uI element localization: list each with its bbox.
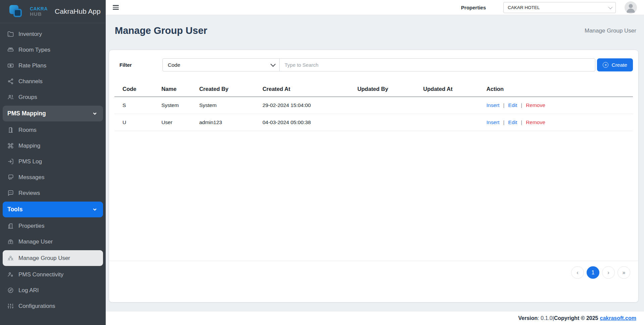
users-icon (7, 94, 14, 100)
topbar: Properties CAKAR HOTEL (106, 0, 644, 15)
remove-link[interactable]: Remove (526, 119, 545, 125)
page-head: Manage Group User Manage Group User (106, 15, 644, 36)
menu-icon[interactable] (111, 4, 120, 11)
breadcrumb: Manage Group User (585, 28, 636, 34)
insert-link[interactable]: Insert (487, 119, 500, 125)
cell-created-at: 04-03-2024 05:00:38 (254, 114, 349, 131)
cell-created-at: 29-02-2024 15:04:00 (254, 97, 349, 114)
version-label: Version (518, 315, 538, 321)
filter-field-value: Code (168, 62, 180, 68)
cell-created-by: admin123 (191, 114, 254, 131)
property-select-value: CAKAR HOTEL (508, 5, 540, 10)
chevron-down-icon (92, 207, 98, 212)
sidebar-item-messages[interactable]: Messages (0, 169, 106, 185)
cakrasoft-link[interactable]: cakrasoft.com (600, 315, 637, 321)
cell-updated-by (349, 97, 415, 114)
version-value: : 0.1.0 (538, 315, 552, 321)
sidebar-item-log-ari[interactable]: Log ARI (0, 282, 106, 298)
filter-row: Filter Code + Create (109, 50, 638, 71)
cell-code: U (114, 114, 153, 131)
users-gear-icon (7, 255, 14, 261)
sidebar-item-rooms[interactable]: Rooms (0, 122, 106, 138)
log-in-icon (7, 158, 14, 165)
cell-updated-at (415, 114, 478, 131)
sidebar-section-tools[interactable]: Tools (3, 202, 103, 217)
sidebar-nav: Inventory Room Types Rate Plans Channels… (0, 23, 106, 314)
cell-code: S (114, 97, 153, 114)
chat-icon (7, 174, 14, 180)
sidebar-item-mapping[interactable]: Mapping (0, 138, 106, 154)
col-updated-at: Updated At (415, 83, 478, 97)
user-icon (625, 1, 637, 14)
cash-icon (7, 62, 14, 69)
edit-link[interactable]: Edit (508, 102, 517, 108)
page-next-button[interactable]: › (602, 266, 615, 279)
avatar[interactable] (625, 1, 637, 14)
create-button[interactable]: + Create (597, 58, 633, 71)
content-card: Filter Code + Create Code Name Created B… (109, 50, 639, 303)
command-icon (7, 143, 14, 149)
sidebar-item-properties[interactable]: Properties (0, 218, 106, 234)
property-select[interactable]: CAKAR HOTEL (503, 2, 616, 13)
col-name: Name (153, 83, 191, 97)
sidebar-item-manage-user[interactable]: Manage User (0, 234, 106, 250)
logo-wordmark: CAKRA HUB (30, 6, 48, 16)
sidebar-item-reviews[interactable]: Reviews (0, 185, 106, 201)
group-user-table: Code Name Created By Created At Updated … (109, 83, 638, 131)
page-title: Manage Group User (115, 25, 207, 36)
insert-link[interactable]: Insert (487, 102, 500, 108)
cell-name: System (153, 97, 191, 114)
bed-icon (7, 47, 14, 53)
sidebar-item-inventory[interactable]: Inventory (0, 26, 106, 42)
cell-actions: Insert|Edit|Remove (479, 97, 633, 114)
table-header-row: Code Name Created By Created At Updated … (114, 83, 633, 97)
sidebar-item-pms-connectivity[interactable]: PMS Connectivity (0, 267, 106, 282)
col-action: Action (479, 83, 633, 97)
folder-icon (7, 31, 14, 37)
search-input[interactable] (279, 58, 595, 71)
sliders-icon (7, 303, 14, 309)
filter-field-select[interactable]: Code (162, 58, 280, 71)
sidebar-item-room-types[interactable]: Room Types (0, 42, 106, 58)
col-code: Code (114, 83, 153, 97)
pagination: ‹ 1 › » (109, 261, 638, 302)
cell-updated-at (415, 97, 478, 114)
cell-created-by: System (191, 97, 254, 114)
edit-link[interactable]: Edit (508, 119, 517, 125)
app-title: CakraHub App (55, 7, 101, 15)
page-last-button[interactable]: » (617, 266, 630, 279)
cell-updated-by (349, 114, 415, 131)
cell-actions: Insert|Edit|Remove (479, 114, 633, 131)
sidebar-item-rate-plans[interactable]: Rate Plans (0, 58, 106, 73)
sidebar-item-configurations[interactable]: Configurations (0, 298, 106, 314)
col-created-at: Created At (254, 83, 349, 97)
chevron-down-icon (270, 62, 276, 67)
review-bubble-icon (7, 190, 14, 196)
plus-circle-icon: + (603, 62, 608, 68)
user-home-icon (7, 238, 14, 245)
table-row: S System System 29-02-2024 15:04:00 Inse… (114, 97, 633, 114)
sidebar-item-manage-group-user[interactable]: Manage Group User (3, 250, 103, 266)
chevron-down-icon (92, 111, 98, 116)
table-row: U User admin123 04-03-2024 05:00:38 Inse… (114, 114, 633, 131)
compass-icon (7, 287, 14, 293)
cakrahub-logo-icon (9, 4, 25, 18)
cell-name: User (153, 114, 191, 131)
sidebar: CAKRA HUB CakraHub App Inventory Room Ty… (0, 0, 106, 325)
filter-label: Filter (114, 62, 162, 68)
building-icon (7, 223, 14, 229)
page-1-button[interactable]: 1 (587, 266, 599, 279)
remove-link[interactable]: Remove (526, 102, 545, 108)
sidebar-item-channels[interactable]: Channels (0, 73, 106, 89)
properties-label: Properties (461, 5, 486, 10)
footer: Version: 0.1.0 | Copyright © 2025cakraso… (106, 312, 644, 325)
brand[interactable]: CAKRA HUB CakraHub App (0, 0, 106, 23)
sidebar-item-pms-log[interactable]: PMS Log (0, 154, 106, 169)
col-created-by: Created By (191, 83, 254, 97)
sidebar-section-pms-mapping[interactable]: PMS Mapping (3, 106, 103, 121)
door-icon (7, 127, 14, 133)
page-prev-button[interactable]: ‹ (571, 266, 584, 279)
share-nodes-icon (7, 78, 14, 85)
sidebar-item-groups[interactable]: Groups (0, 89, 106, 105)
user-gear-icon (7, 271, 14, 278)
